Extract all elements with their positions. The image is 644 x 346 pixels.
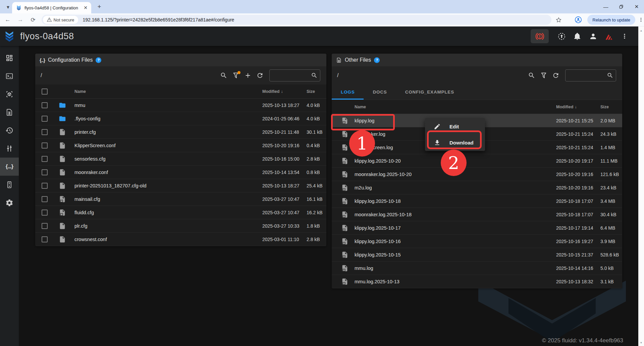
- reload-icon[interactable]: ⟳: [28, 15, 38, 25]
- sidebar-item-jobs[interactable]: [0, 103, 19, 121]
- window-minimize-button[interactable]: —: [603, 4, 608, 9]
- main-content: {..} Configuration Files ? /: [19, 46, 638, 346]
- help-icon[interactable]: ?: [96, 57, 101, 63]
- row-checkbox[interactable]: [42, 156, 48, 162]
- table-row[interactable]: plr.cfg2025-03-27 10:331.8 kB: [35, 219, 326, 233]
- table-row[interactable]: fluidd.cfg2025-03-27 10:4716.2 kB: [35, 206, 326, 219]
- sidebar-item-dashboard[interactable]: [0, 49, 19, 67]
- search-icon[interactable]: [526, 69, 538, 81]
- table-row[interactable]: mmu.log.2025-10-132025-10-13 18:323.1 kB: [332, 275, 622, 288]
- tab-close-icon[interactable]: ✕: [83, 5, 89, 11]
- sidebar-item-system[interactable]: [0, 176, 19, 194]
- row-checkbox[interactable]: [42, 183, 48, 189]
- row-checkbox[interactable]: [42, 236, 48, 242]
- filter-icon[interactable]: [230, 69, 242, 81]
- table-row[interactable]: mmu2025-10-13 18:274.0 kB: [35, 99, 326, 112]
- user-account-icon[interactable]: [587, 30, 599, 43]
- forward-icon[interactable]: →: [15, 15, 25, 25]
- profile-avatar-icon[interactable]: [575, 16, 582, 23]
- row-checkbox[interactable]: [42, 142, 48, 149]
- tab-config-examples[interactable]: CONFIG_EXAMPLES: [396, 84, 463, 100]
- browser-tab[interactable]: flyos-0a4d58 | Configuration ✕: [12, 2, 91, 13]
- back-icon[interactable]: ←: [3, 15, 13, 25]
- column-header-size[interactable]: Size: [304, 89, 326, 94]
- other-search-box[interactable]: [565, 69, 616, 81]
- column-header-name[interactable]: Name: [70, 89, 260, 94]
- sidebar-item-tune[interactable]: [0, 139, 19, 158]
- sidebar-item-configuration[interactable]: {...}: [0, 158, 19, 176]
- table-row[interactable]: m2u.log2025-10-20 19:1623.4 kB: [332, 181, 622, 194]
- context-menu-download[interactable]: Download: [425, 134, 485, 151]
- window-restore-button[interactable]: [619, 4, 624, 9]
- table-row[interactable]: crowsnest.conf2025-03-01 11:102.8 kB: [35, 233, 326, 246]
- table-row[interactable]: moonraker.log.2025-10-202025-10-20 19:16…: [332, 168, 622, 181]
- table-row[interactable]: mainsail.cfg2025-03-27 10:4716.1 kB: [35, 192, 326, 206]
- fluidd-logo[interactable]: [4, 31, 15, 42]
- sidebar-item-settings[interactable]: [0, 194, 19, 212]
- sidebar-item-history[interactable]: [0, 121, 19, 139]
- select-all-checkbox[interactable]: [42, 89, 48, 95]
- table-row[interactable]: klippy.log.2025-10-182025-10-18 17:073.4…: [332, 194, 622, 208]
- table-row[interactable]: sensorless.cfg2025-10-16 15:002.8 kB: [35, 152, 326, 166]
- tab-logs[interactable]: LOGS: [332, 84, 364, 100]
- table-row[interactable]: printer-20251013_182707.cfg-old2025-10-1…: [35, 179, 326, 192]
- table-row[interactable]: klippy.log.2025-10-172025-10-17 19:146.4…: [332, 221, 622, 235]
- row-checkbox[interactable]: [42, 116, 48, 122]
- table-row[interactable]: moonraker.log.2025-10-182025-10-18 17:07…: [332, 208, 622, 221]
- help-icon[interactable]: ?: [374, 57, 380, 63]
- refresh-icon[interactable]: [254, 69, 266, 81]
- search-input[interactable]: [272, 73, 311, 78]
- new-tab-button[interactable]: +: [95, 3, 103, 11]
- sidebar-item-gcode-preview[interactable]: [0, 85, 19, 103]
- search-icon[interactable]: [218, 69, 230, 81]
- klipper-brand-logo[interactable]: [602, 30, 615, 43]
- table-row[interactable]: moonraker.conf2025-10-14 13:540.8 kB: [35, 166, 326, 179]
- refresh-icon[interactable]: [550, 69, 562, 81]
- scroll-up-icon[interactable]: ▲: [638, 28, 644, 33]
- column-header-modified[interactable]: Modified↓: [553, 105, 598, 109]
- table-row[interactable]: klippy.log.2025-10-162025-10-16 19:273.9…: [332, 235, 622, 248]
- page-scrollbar[interactable]: ▲ ▼: [638, 26, 644, 346]
- table-row[interactable]: .flyos-config2024-01-25 06:464.0 kB: [35, 112, 326, 125]
- notifications-bell-icon[interactable]: [571, 30, 584, 43]
- software-updates-icon[interactable]: [555, 30, 568, 43]
- config-table-header: Name Modified↓ Size: [35, 84, 326, 99]
- tab-docs[interactable]: DOCS: [364, 84, 396, 100]
- config-search-box[interactable]: [269, 69, 320, 81]
- scroll-down-icon[interactable]: ▼: [638, 340, 644, 345]
- security-chip[interactable]: Not secure: [43, 16, 78, 24]
- table-row[interactable]: printer.cfg2025-10-21 11:4830.1 kB: [35, 125, 326, 139]
- row-checkbox[interactable]: [42, 102, 48, 108]
- column-header-size[interactable]: Size: [598, 105, 622, 109]
- bookmark-star-icon[interactable]: [555, 17, 562, 23]
- app-menu-dots-icon[interactable]: [618, 30, 631, 43]
- row-checkbox[interactable]: [42, 210, 48, 216]
- row-checkbox[interactable]: [42, 223, 48, 229]
- column-header-modified[interactable]: Modified↓: [260, 89, 304, 94]
- table-row[interactable]: KlipperScreen.conf2025-10-20 19:160.4 kB: [35, 139, 326, 152]
- column-header-name[interactable]: Name: [353, 105, 553, 109]
- table-row[interactable]: mmu.log2025-10-14 14:165.0 kB: [332, 262, 622, 275]
- table-row[interactable]: klippy.log.2025-10-202025-10-20 19:1711.…: [332, 154, 622, 168]
- file-modified: 2025-10-13 18:27: [260, 103, 304, 108]
- table-row[interactable]: klippy.log.2025-10-152025-10-15 21:37528…: [332, 248, 622, 262]
- add-file-icon[interactable]: [242, 69, 254, 81]
- search-icon: [607, 72, 613, 79]
- browser-menu-dots-icon[interactable]: [638, 17, 644, 23]
- context-menu-edit[interactable]: Edit: [425, 118, 485, 134]
- tab-search-chevron-icon[interactable]: ▼: [3, 2, 13, 12]
- app-bar: flyos-0a4d58: [0, 26, 638, 46]
- emergency-stop-button[interactable]: [531, 29, 549, 43]
- search-input[interactable]: [568, 73, 607, 78]
- url-bar[interactable]: Not secure 192.168.1.125/?printer=24282e…: [42, 15, 552, 25]
- row-checkbox[interactable]: [42, 196, 48, 202]
- file-size: 4.0 kB: [304, 116, 326, 121]
- file-size: 528.6 kB: [598, 252, 622, 257]
- row-checkbox[interactable]: [42, 169, 48, 175]
- row-checkbox[interactable]: [42, 129, 48, 135]
- filter-icon[interactable]: [538, 69, 550, 81]
- window-close-button[interactable]: ✕: [634, 4, 639, 9]
- relaunch-update-button[interactable]: Relaunch to update: [587, 15, 635, 25]
- sidebar-item-console[interactable]: [0, 67, 19, 85]
- file-size: 3.4 MB: [598, 198, 622, 204]
